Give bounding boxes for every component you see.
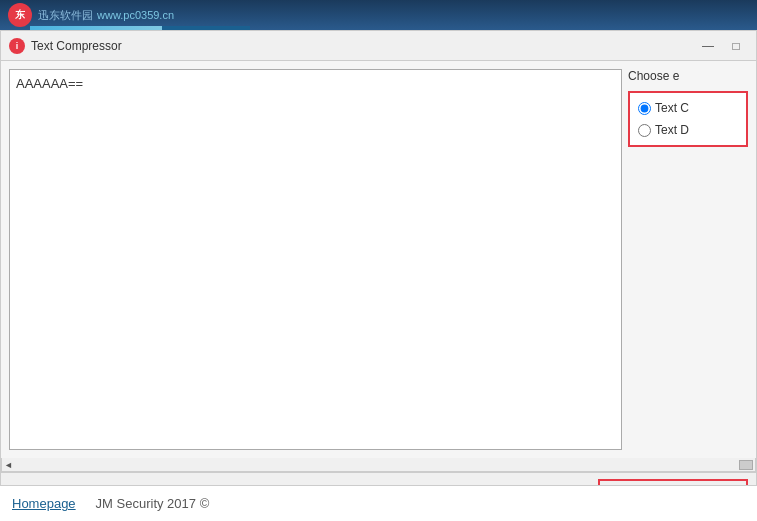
- radio-label-1: Text C: [655, 101, 689, 115]
- watermark-site-text: 迅东软件园: [38, 8, 93, 23]
- watermark-bar: 东 迅东软件园 www.pc0359.cn: [0, 0, 757, 30]
- footer: Homepage JM Security 2017 ©: [0, 485, 757, 521]
- title-minimize-button[interactable]: —: [696, 36, 720, 56]
- watermark-logo-text: 东: [15, 8, 25, 22]
- watermark-progress-fill: [30, 26, 162, 30]
- scroll-thumb[interactable]: [739, 460, 753, 470]
- app-title: Text Compressor: [31, 39, 122, 53]
- watermark-progress-bar: [30, 26, 250, 30]
- radio-input-2[interactable]: [638, 124, 651, 137]
- choose-label: Choose e: [628, 69, 748, 83]
- title-maximize-button[interactable]: □: [724, 36, 748, 56]
- horizontal-scrollbar[interactable]: ◄: [1, 458, 756, 472]
- textarea-container: AAAAAA==: [9, 69, 622, 450]
- main-content: AAAAAA== Choose e Text C Text D: [1, 61, 756, 458]
- radio-option-2[interactable]: Text D: [638, 123, 738, 137]
- watermark-logo: 东: [8, 3, 32, 27]
- app-icon: i: [9, 38, 25, 54]
- radio-option-1[interactable]: Text C: [638, 101, 738, 115]
- title-bar-right: — □: [696, 36, 748, 56]
- radio-input-1[interactable]: [638, 102, 651, 115]
- main-textarea[interactable]: AAAAAA==: [9, 69, 622, 450]
- homepage-link[interactable]: Homepage: [12, 496, 76, 511]
- options-box: Text C Text D: [628, 91, 748, 147]
- radio-label-2: Text D: [655, 123, 689, 137]
- scroll-left-arrow[interactable]: ◄: [4, 460, 13, 470]
- copyright-text: JM Security 2017 ©: [96, 496, 210, 511]
- watermark-url-text: www.pc0359.cn: [97, 9, 174, 21]
- right-panel: Choose e Text C Text D: [628, 69, 748, 450]
- app-window: i Text Compressor — □ AAAAAA== Choose e …: [0, 30, 757, 521]
- title-bar: i Text Compressor — □: [1, 31, 756, 61]
- title-bar-left: i Text Compressor: [9, 38, 122, 54]
